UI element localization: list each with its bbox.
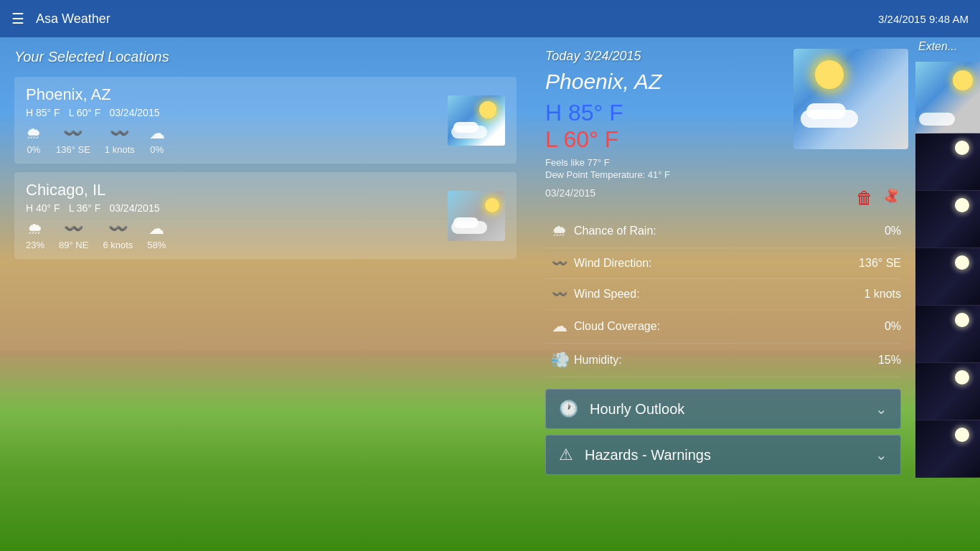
phoenix-stats: 🌧 0% 〰️ 136° SE 〰️ 1 knots ☁ 0% xyxy=(26,124,436,155)
chicago-thumbnail xyxy=(448,191,505,241)
menu-icon[interactable]: ☰ xyxy=(11,10,24,27)
chicago-high: H 40° F xyxy=(26,202,60,214)
pin-button[interactable]: 📌 xyxy=(878,185,904,211)
phoenix-low: L 60° F xyxy=(69,107,101,118)
extended-thumbnails: Exten... xyxy=(915,37,980,478)
detail-rain-label: Chance of Rain: xyxy=(574,225,885,237)
chicago-windspd-value: 6 knots xyxy=(103,240,133,250)
hourly-outlook-accordion[interactable]: 🕐 Hourly Outlook ⌄ xyxy=(545,389,901,429)
hourly-outlook-header: 🕐 Hourly Outlook ⌄ xyxy=(546,390,900,428)
detail-winddir-value: 136° SE xyxy=(859,257,901,270)
clock-icon: 🕐 xyxy=(559,400,578,418)
phoenix-cloud-stat: ☁ 0% xyxy=(149,124,165,155)
phoenix-winddir-value: 136° SE xyxy=(56,144,90,155)
hourly-chevron-icon: ⌄ xyxy=(875,400,887,418)
ext-thumb-1[interactable] xyxy=(915,62,980,133)
humidity-detail-row: 💨 Humidity: 15% xyxy=(545,344,901,377)
detail-humidity-icon: 💨 xyxy=(545,351,574,369)
detail-windspd-value: 1 knots xyxy=(864,288,901,301)
chicago-winddir-stat: 〰️ 89° NE xyxy=(59,220,88,250)
detail-rain-icon: 🌧 xyxy=(545,222,574,240)
detail-winddir-icon: 〰️ xyxy=(545,255,574,271)
detail-rain-value: 0% xyxy=(885,225,901,237)
chicago-low: L 36° F xyxy=(69,202,101,214)
detail-cloud-icon: ☁ xyxy=(545,317,574,336)
rain-icon: 🌧 xyxy=(26,124,42,143)
app-title: Asa Weather xyxy=(36,11,110,27)
main-content: Your Selected Locations Phoenix, AZ H 85… xyxy=(0,37,980,551)
phoenix-windspd-value: 1 knots xyxy=(105,144,135,155)
chicago-cloud-icon: ☁ xyxy=(147,220,166,238)
rain-detail-row: 🌧 Chance of Rain: 0% xyxy=(545,215,901,248)
chicago-winddir-value: 89° NE xyxy=(59,240,88,250)
hazards-chevron-icon: ⌄ xyxy=(875,446,887,463)
wind-speed-icon: 〰️ xyxy=(105,124,135,143)
ext-thumb-4[interactable] xyxy=(915,248,980,306)
phoenix-windspd-stat: 〰️ 1 knots xyxy=(105,124,135,155)
section-title: Your Selected Locations xyxy=(14,49,517,65)
detail-cloud-value: 0% xyxy=(885,320,901,333)
phoenix-cloud-value: 0% xyxy=(149,144,165,155)
chicago-rain-stat: 🌧 23% xyxy=(26,220,44,250)
phoenix-name: Phoenix, AZ xyxy=(26,85,436,104)
chicago-stats: 🌧 23% 〰️ 89° NE 〰️ 6 knots ☁ 58% xyxy=(26,220,436,250)
chicago-rain-value: 23% xyxy=(26,240,44,250)
dew-point: Dew Point Temperature: 41° F xyxy=(545,169,901,180)
chicago-info: Chicago, IL H 40° F L 36° F 03/24/2015 🌧… xyxy=(26,181,436,250)
hourly-outlook-label: Hourly Outlook xyxy=(590,401,864,418)
action-buttons: 🗑 📌 xyxy=(856,188,901,208)
right-panel: Today 3/24/2015 Phoenix, AZ H 85° F L 60… xyxy=(531,37,980,551)
ext-thumb-2[interactable] xyxy=(915,133,980,191)
phoenix-rain-value: 0% xyxy=(26,144,42,155)
ext-thumb-7[interactable] xyxy=(915,420,980,478)
phoenix-thumbnail xyxy=(448,95,505,146)
detail-cloud-label: Cloud Coverage: xyxy=(574,320,885,333)
detail-humidity-value: 15% xyxy=(878,354,901,367)
app-header: ☰ Asa Weather 3/24/2015 9:48 AM xyxy=(0,0,980,37)
hazards-warnings-label: Hazards - Warnings xyxy=(585,447,864,463)
windspd-detail-row: 〰️ Wind Speed: 1 knots xyxy=(545,279,901,310)
detail-date: 03/24/2015 xyxy=(545,187,595,199)
chicago-rain-icon: 🌧 xyxy=(26,220,44,238)
ext-thumb-3[interactable] xyxy=(915,191,980,248)
phoenix-info: Phoenix, AZ H 85° F L 60° F 03/24/2015 🌧… xyxy=(26,85,436,155)
header-datetime: 3/24/2015 9:48 AM xyxy=(878,13,969,25)
warning-icon: ⚠ xyxy=(559,446,573,464)
phoenix-winddir-stat: 〰️ 136° SE xyxy=(56,124,90,155)
hazards-warnings-accordion[interactable]: ⚠ Hazards - Warnings ⌄ xyxy=(545,435,901,475)
left-panel: Your Selected Locations Phoenix, AZ H 85… xyxy=(0,37,531,551)
winddir-detail-row: 〰️ Wind Direction: 136° SE xyxy=(545,248,901,279)
detail-humidity-label: Humidity: xyxy=(574,354,878,367)
phoenix-date: 03/24/2015 xyxy=(109,107,159,118)
header-left: ☰ Asa Weather xyxy=(11,10,110,27)
chicago-winddir-icon: 〰️ xyxy=(59,220,88,238)
location-card-chicago[interactable]: Chicago, IL H 40° F L 36° F 03/24/2015 🌧… xyxy=(14,172,517,259)
chicago-windspd-stat: 〰️ 6 knots xyxy=(103,220,133,250)
chicago-windspd-icon: 〰️ xyxy=(103,220,133,238)
detail-windspd-icon: 〰️ xyxy=(545,286,574,302)
chicago-cloud-value: 58% xyxy=(147,240,166,250)
feels-like: Feels like 77° F xyxy=(545,157,901,168)
ext-thumb-6[interactable] xyxy=(915,363,980,420)
chicago-cloud-stat: ☁ 58% xyxy=(147,220,166,250)
chicago-name: Chicago, IL xyxy=(26,181,436,199)
detail-windspd-label: Wind Speed: xyxy=(574,288,864,301)
phoenix-high: H 85° F xyxy=(26,107,60,118)
chicago-temps: H 40° F L 36° F 03/24/2015 xyxy=(26,202,436,214)
extend-label: Exten... xyxy=(915,37,980,56)
cloud-detail-row: ☁ Cloud Coverage: 0% xyxy=(545,310,901,344)
phoenix-rain-stat: 🌧 0% xyxy=(26,124,42,155)
wind-dir-icon: 〰️ xyxy=(56,124,90,143)
chicago-date: 03/24/2015 xyxy=(109,202,159,214)
phoenix-temps: H 85° F L 60° F 03/24/2015 xyxy=(26,107,436,118)
cloud-icon: ☁ xyxy=(149,124,165,143)
hazards-warnings-header: ⚠ Hazards - Warnings ⌄ xyxy=(546,435,900,474)
ext-thumb-5[interactable] xyxy=(915,306,980,363)
main-weather-image xyxy=(793,49,908,149)
location-card-phoenix[interactable]: Phoenix, AZ H 85° F L 60° F 03/24/2015 🌧… xyxy=(14,77,517,164)
delete-button[interactable]: 🗑 xyxy=(856,188,873,208)
detail-winddir-label: Wind Direction: xyxy=(574,257,859,270)
